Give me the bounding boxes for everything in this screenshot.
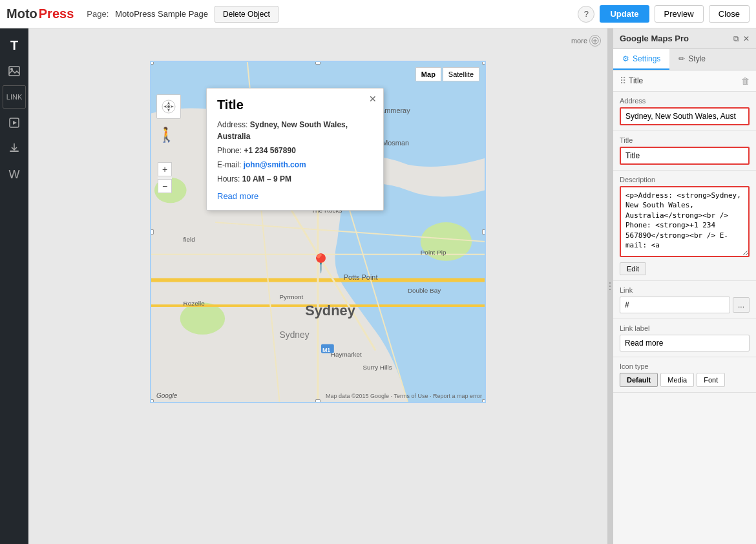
map-type-controls: Map Satellite	[415, 67, 479, 81]
link-field-group: Link ...	[613, 281, 756, 319]
popup-title: Title	[217, 98, 373, 112]
delete-object-button[interactable]: Delete Object	[215, 6, 278, 23]
link-field-row: ...	[620, 297, 750, 313]
popup-hours-value: 10 AM – 9 PM	[242, 174, 291, 183]
right-panel: Google Maps Pro ⧉ ✕ ⚙ Settings ✏ Style ⠿…	[613, 28, 756, 544]
close-button[interactable]: Close	[709, 5, 750, 23]
tab-settings[interactable]: ⚙ Settings	[613, 49, 669, 70]
svg-text:Point Pip: Point Pip	[421, 249, 446, 256]
svg-rect-4	[10, 151, 19, 152]
svg-marker-39	[163, 105, 167, 108]
zoom-out-button[interactable]: −	[158, 179, 172, 193]
svg-text:Potts Point: Potts Point	[344, 273, 378, 281]
update-button[interactable]: Update	[600, 5, 649, 23]
map-view-button[interactable]: Map	[415, 67, 441, 81]
svg-text:M1: M1	[322, 347, 330, 353]
settings-gear-icon: ⚙	[622, 54, 629, 63]
selection-handle-br[interactable]	[482, 399, 486, 403]
panel-resize-handle[interactable]	[607, 28, 613, 544]
selection-handle-ml[interactable]	[150, 229, 154, 235]
tab-settings-label: Settings	[633, 54, 660, 63]
page-name: MotoPress Sample Page	[115, 9, 208, 19]
popup-phone-value: +1 234 567890	[244, 146, 295, 155]
svg-text:Double Bay: Double Bay	[408, 287, 441, 294]
description-label: Description	[620, 176, 750, 183]
edit-button[interactable]: Edit	[620, 262, 646, 275]
map-navigation-control[interactable]	[156, 94, 181, 119]
sidebar-icon-download[interactable]	[3, 137, 26, 160]
icon-type-buttons: Default Media Font	[620, 373, 750, 387]
popup-read-more-link[interactable]: Read more	[217, 191, 373, 201]
resize-dots	[609, 282, 611, 290]
map-container[interactable]: Sydney Sydney Cammeray Mosman Point Pip …	[150, 61, 486, 403]
title-delete-icon[interactable]: 🗑	[741, 76, 750, 86]
panel-restore-icon[interactable]: ⧉	[733, 34, 739, 43]
google-watermark: Google	[156, 392, 177, 399]
icon-type-default-button[interactable]: Default	[620, 373, 658, 387]
selection-handle-tm[interactable]	[315, 61, 320, 65]
link-label-input[interactable]	[620, 335, 750, 351]
panel-title: Google Maps Pro	[620, 34, 689, 43]
svg-marker-40	[171, 105, 174, 108]
more-button[interactable]: more	[571, 35, 601, 47]
sidebar-icon-image[interactable]	[3, 59, 26, 83]
satellite-view-button[interactable]: Satellite	[443, 67, 479, 81]
icon-type-font-button[interactable]: Font	[697, 373, 725, 387]
link-label-label: Link label	[620, 324, 750, 332]
popup-address-label: Address:	[217, 120, 247, 129]
tab-style-label: Style	[688, 54, 706, 63]
description-textarea[interactable]: <p>Address: <strong>Sydney, New South Wa…	[620, 186, 750, 257]
popup-hours-label: Hours:	[217, 174, 240, 183]
top-bar-right: ? Update Preview Close	[578, 5, 750, 23]
street-view-control[interactable]: 🚶	[158, 127, 175, 143]
selection-handle-bm[interactable]	[315, 399, 320, 403]
panel-content: ⠿ Title 🗑 Address Title Description <p>A…	[613, 70, 756, 544]
popup-hours-row: Hours: 10 AM – 9 PM	[217, 173, 373, 185]
map-background: Sydney Sydney Cammeray Mosman Point Pip …	[151, 62, 485, 402]
map-footer-text: Map data ©2015 Google · Terms of Use · R…	[326, 393, 482, 399]
popup-close-button[interactable]: ✕	[369, 94, 377, 104]
popup-address-row: Address: Sydney, New South Wales, Austra…	[217, 119, 373, 142]
popup-email-link[interactable]: john@smith.com	[244, 160, 306, 169]
link-label-field-group: Link label	[613, 319, 756, 357]
more-circle-icon	[589, 35, 601, 47]
link-input[interactable]	[620, 297, 730, 313]
panel-close-icon[interactable]: ✕	[743, 34, 750, 43]
link-dots-button[interactable]: ...	[733, 297, 750, 313]
help-button[interactable]: ?	[578, 6, 594, 23]
top-bar: MotoPress Page: MotoPress Sample Page De…	[0, 0, 756, 28]
address-field-group: Address	[613, 92, 756, 131]
sidebar-icon-link[interactable]: LINK	[3, 85, 26, 109]
title-input[interactable]	[620, 147, 750, 165]
title-field-row: ⠿ Title 🗑	[613, 70, 756, 92]
panel-tabs: ⚙ Settings ✏ Style	[613, 49, 756, 70]
title-field-label: Title	[629, 76, 739, 85]
logo: MotoPress	[6, 6, 74, 21]
selection-handle-tr[interactable]	[482, 61, 486, 65]
more-label: more	[571, 37, 587, 45]
address-input[interactable]	[620, 107, 750, 125]
svg-text:Sydney: Sydney	[279, 330, 309, 340]
selection-handle-tl[interactable]	[150, 61, 154, 65]
drag-handle-icon[interactable]: ⠿	[620, 76, 626, 86]
selection-handle-bl[interactable]	[150, 399, 154, 403]
canvas-area: more	[28, 28, 607, 544]
title-input-group: Title	[613, 131, 756, 171]
style-icon: ✏	[678, 54, 685, 63]
zoom-controls: + −	[158, 162, 172, 193]
sidebar-icon-wordpress[interactable]: W	[3, 163, 26, 186]
selection-handle-mr[interactable]	[482, 229, 486, 235]
address-label: Address	[620, 97, 750, 105]
icon-type-media-button[interactable]: Media	[660, 373, 694, 387]
preview-button[interactable]: Preview	[655, 5, 704, 23]
svg-marker-3	[13, 121, 17, 125]
zoom-in-button[interactable]: +	[158, 162, 172, 176]
tab-style[interactable]: ✏ Style	[669, 49, 715, 70]
sidebar-icon-media[interactable]	[3, 111, 26, 134]
sidebar-icon-text[interactable]: T	[3, 34, 26, 57]
icon-type-group: Icon type Default Media Font	[613, 357, 756, 393]
svg-text:Haymarket: Haymarket	[331, 351, 362, 359]
left-sidebar: T LINK W	[0, 28, 28, 544]
svg-text:Mosman: Mosman	[382, 139, 409, 147]
map-pin[interactable]: 📍	[310, 253, 332, 274]
